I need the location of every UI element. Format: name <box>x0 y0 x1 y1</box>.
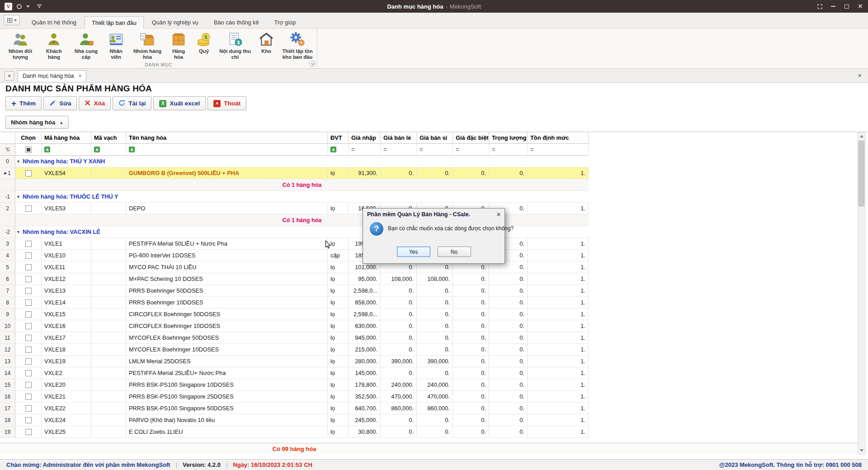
grid-cell[interactable]: VXLE1 <box>42 238 91 250</box>
grid-cell[interactable]: 0. <box>489 332 528 344</box>
grid-data-row[interactable]: 18VXLE24PARVO (Khô thai) Novatis 10 liều… <box>0 414 589 426</box>
customize-toolbar-icon[interactable] <box>37 5 42 8</box>
column-header-gia-ban-si[interactable]: Giá bán sỉ <box>417 132 453 144</box>
grid-cell[interactable]: 0. <box>453 167 489 179</box>
row-checkbox[interactable] <box>25 405 32 412</box>
grid-cell[interactable]: 0. <box>489 391 528 403</box>
ribbon-item-nhom-hang-hoa[interactable]: Nhóm hàng hóa <box>129 30 166 62</box>
select-cell[interactable] <box>15 261 42 273</box>
grid-cell[interactable]: 1. <box>528 167 589 179</box>
row-checkbox[interactable] <box>25 323 32 329</box>
grid-cell[interactable] <box>91 297 126 309</box>
column-header-gia-dac-biet[interactable]: Giá đặc biệt <box>453 132 489 144</box>
grid-cell[interactable]: 0. <box>381 344 417 356</box>
grid-cell[interactable] <box>91 379 126 391</box>
document-tab-danh-muc-hang-hoa[interactable]: Danh mục hàng hóa × <box>18 70 86 81</box>
ribbon-tab-thiet-lap-ban-dau[interactable]: Thiết lập ban đầu <box>85 16 144 28</box>
select-cell[interactable] <box>15 426 42 438</box>
grid-cell[interactable]: 0. <box>453 320 489 332</box>
filter-equals-icon[interactable]: = <box>351 146 354 153</box>
filter-text-icon[interactable]: a <box>44 147 50 152</box>
grid-cell[interactable]: lọ <box>328 332 349 344</box>
grid-cell[interactable]: 1. <box>528 344 589 356</box>
grid-cell[interactable]: 245,000. <box>349 414 381 426</box>
grid-cell[interactable]: 352,500. <box>349 391 381 403</box>
grid-cell[interactable]: 0. <box>489 367 528 379</box>
grid-cell[interactable]: 1. <box>528 261 589 273</box>
grid-cell[interactable]: lọ <box>328 356 349 367</box>
grid-cell[interactable]: 860,000. <box>417 403 453 414</box>
grid-cell[interactable] <box>91 167 126 179</box>
grid-cell[interactable]: lọ <box>328 414 349 426</box>
select-cell[interactable] <box>15 250 42 261</box>
select-cell[interactable] <box>15 285 42 297</box>
grid-cell[interactable]: MYCOFLEX Boehringer 10DOSES <box>126 344 328 356</box>
ribbon-item-khach-hang[interactable]: Khách hàng <box>39 30 69 62</box>
grid-cell[interactable]: 0. <box>417 309 453 320</box>
group-dialog-launcher-icon[interactable] <box>309 61 316 67</box>
close-all-tabs-button[interactable]: × <box>5 71 14 81</box>
grid-cell[interactable]: DEPO <box>126 203 328 214</box>
export-excel-button[interactable]: X Xuất excel <box>153 96 206 110</box>
grid-cell[interactable]: MYCO PAC THÁI 10 LIỀU <box>126 261 328 273</box>
row-checkbox[interactable] <box>25 252 32 259</box>
grid-cell[interactable]: 91,300. <box>349 167 381 179</box>
grid-cell[interactable]: 1. <box>528 403 589 414</box>
grid-cell[interactable]: lọ <box>328 238 349 250</box>
grid-cell[interactable]: 0. <box>453 332 489 344</box>
column-header-gia-nhap[interactable]: Giá nhập <box>349 132 381 144</box>
yes-button[interactable]: Yes <box>397 247 430 257</box>
grid-cell[interactable]: lọ <box>328 273 349 285</box>
select-cell[interactable] <box>15 414 42 426</box>
filter-equals-icon[interactable]: = <box>530 146 533 153</box>
grid-cell[interactable]: VXLE10 <box>42 250 91 261</box>
group-collapse-icon[interactable]: ▾ <box>17 229 19 234</box>
row-checkbox[interactable] <box>25 370 32 376</box>
grid-cell[interactable]: 640,700. <box>349 403 381 414</box>
grid-cell[interactable]: 0. <box>453 391 489 403</box>
grid-cell[interactable]: VXLE19 <box>42 356 91 367</box>
column-header-ma-hang-hoa[interactable]: Mã hàng hóa <box>42 132 91 144</box>
grid-cell[interactable]: 0. <box>489 356 528 367</box>
grid-cell[interactable]: VXLE25 <box>42 426 91 438</box>
row-checkbox[interactable] <box>25 311 32 318</box>
select-cell[interactable] <box>15 403 42 414</box>
grid-cell[interactable]: VXLE13 <box>42 285 91 297</box>
grid-cell[interactable]: 0. <box>381 426 417 438</box>
grid-cell[interactable]: 0. <box>417 297 453 309</box>
select-cell[interactable] <box>15 297 42 309</box>
grid-cell[interactable] <box>91 344 126 356</box>
group-collapse-icon[interactable]: ▾ <box>17 159 19 164</box>
dialog-close-icon[interactable]: × <box>497 211 500 218</box>
grid-cell[interactable]: PG-600 InterVet 1DOSES <box>126 250 328 261</box>
minimize-button[interactable] <box>830 3 836 9</box>
grid-cell[interactable] <box>91 426 126 438</box>
ribbon-tab-quan-ly-nghiep-vu[interactable]: Quản lý nghiệp vụ <box>145 16 206 28</box>
grid-cell[interactable]: 0. <box>381 367 417 379</box>
grid-cell[interactable]: lọ <box>328 167 349 179</box>
grid-cell[interactable]: 0. <box>453 309 489 320</box>
grid-cell[interactable]: 215,000. <box>349 344 381 356</box>
group-band[interactable]: ▾Nhóm hàng hóa: THÚ Y XANH <box>15 156 589 167</box>
grid-cell[interactable]: lọ <box>328 391 349 403</box>
grid-cell[interactable]: 1. <box>528 203 589 214</box>
select-cell[interactable] <box>15 356 42 367</box>
grid-cell[interactable]: VXLE21 <box>42 391 91 403</box>
grid-cell[interactable]: 1. <box>528 367 589 379</box>
grid-cell[interactable]: 0. <box>381 297 417 309</box>
grid-cell[interactable]: PARVO (Khô thai) Novatis 10 liều <box>126 414 328 426</box>
column-header-gia-ban-le[interactable]: Giá bán lẻ <box>381 132 417 144</box>
grid-cell[interactable]: 1. <box>528 273 589 285</box>
grid-cell[interactable]: lọ <box>328 261 349 273</box>
filter-equals-icon[interactable]: = <box>492 146 495 153</box>
grid-cell[interactable]: 30,800. <box>349 426 381 438</box>
grid-cell[interactable]: PRRS Boehringer 50DOSES <box>126 285 328 297</box>
grid-data-row[interactable]: 16VXLE21PRRS BSK-PS100 Singapore 25DOSES… <box>0 391 589 403</box>
grid-cell[interactable] <box>91 285 126 297</box>
grid-cell[interactable]: 0. <box>489 344 528 356</box>
grid-cell[interactable] <box>91 203 126 214</box>
record-icon[interactable] <box>17 4 22 9</box>
column-header-ton-dinh-muc[interactable]: Tồn định mức <box>528 132 589 144</box>
grid-cell[interactable]: 2,598,0... <box>349 285 381 297</box>
grid-cell[interactable]: 0. <box>453 403 489 414</box>
